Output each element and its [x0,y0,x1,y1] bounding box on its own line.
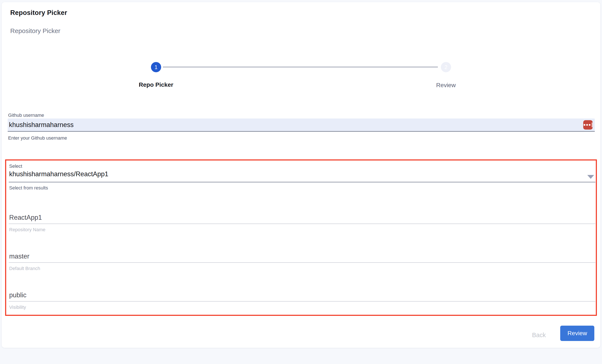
repository-name-value[interactable]: ReactApp1 [9,214,595,221]
github-username-helper: Enter your Github username [8,135,67,141]
highlighted-region: Select khushisharmaharness/ReactApp1 Sel… [5,160,597,316]
visibility-underline [9,301,595,301]
github-username-input[interactable]: khushisharmaharness [8,118,595,132]
step-2-number: 2 [444,64,447,70]
repo-select-underline [9,182,595,182]
repo-select-label: Select [9,163,22,169]
github-username-value[interactable]: khushisharmaharness [8,121,583,129]
repo-select-value[interactable]: khushisharmaharness/ReactApp1 [9,170,108,178]
repo-select-helper: Select from results [9,185,48,191]
repository-name-field: ReactApp1 Repository Name [9,214,595,233]
stepper-connector-line [163,67,438,67]
step-2-label: Review [414,82,478,89]
chevron-down-icon[interactable] [587,175,594,179]
repository-picker-card: Repository Picker Repository Picker 1 2 … [2,2,600,348]
visibility-value[interactable]: public [9,291,595,299]
github-username-label: Github username [8,113,44,118]
lastpass-icon[interactable] [583,120,593,129]
page-subtitle: Repository Picker [10,27,60,34]
back-button[interactable]: Back [526,330,552,341]
visibility-field: public Visibility [9,291,595,310]
default-branch-label: Default Branch [9,266,595,271]
default-branch-value[interactable]: master [9,253,595,260]
page-title: Repository Picker [10,9,67,17]
default-branch-underline [9,262,595,263]
review-button[interactable]: Review [560,326,594,341]
visibility-label: Visibility [9,305,595,310]
step-1-label: Repo Picker [124,81,188,88]
repository-name-underline [9,224,595,224]
step-1-number: 1 [155,64,158,70]
step-2-indicator[interactable]: 2 [441,62,451,72]
step-1-indicator[interactable]: 1 [151,62,161,72]
default-branch-field: master Default Branch [9,253,595,271]
repository-name-label: Repository Name [9,227,595,233]
